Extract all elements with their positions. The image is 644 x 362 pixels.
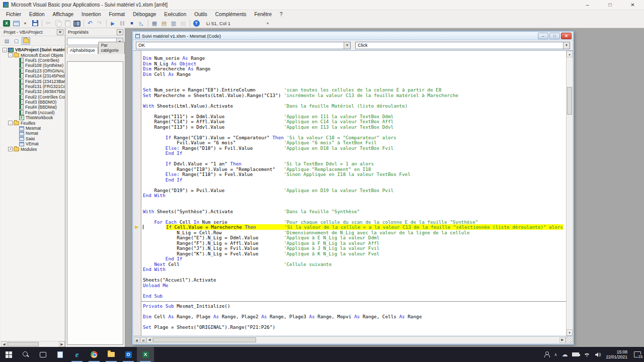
collapse-icon[interactable]: - bbox=[8, 53, 13, 57]
margin-indicator-gutter[interactable] bbox=[133, 119, 141, 125]
view-object-icon[interactable]: ▢ bbox=[12, 37, 21, 45]
tree-item-feuil125-234123barn[interactable]: Feuil125 (234123Barn bbox=[1, 78, 65, 83]
code-vscrollbar[interactable]: ▲ ▼ bbox=[566, 51, 573, 336]
tree-item-feuil1-contr-les[interactable]: Feuil1 (Contrôles) bbox=[1, 58, 65, 63]
tree-item-vemat[interactable]: VEmat bbox=[1, 141, 65, 146]
project-explorer-icon[interactable]: ▦ bbox=[150, 19, 159, 27]
expand-icon[interactable]: + bbox=[8, 147, 13, 151]
code-line[interactable]: Dim Marecherche As Range bbox=[133, 66, 566, 72]
margin-indicator-gutter[interactable] bbox=[133, 256, 141, 262]
margin-indicator-gutter[interactable] bbox=[133, 267, 141, 273]
tree-item-feuil124-23145pied[interactable]: Feuil124 (23145Pied à bbox=[1, 73, 65, 78]
find-icon[interactable] bbox=[72, 19, 82, 27]
notepad-icon[interactable] bbox=[51, 347, 68, 362]
chevron-down-icon[interactable]: ▼ bbox=[344, 42, 350, 49]
margin-indicator-gutter[interactable] bbox=[133, 262, 141, 267]
code-line[interactable]: End With bbox=[133, 193, 566, 199]
resize-grip[interactable] bbox=[566, 337, 573, 343]
margin-indicator-gutter[interactable] bbox=[133, 294, 141, 299]
notification-center-icon[interactable]: 23 bbox=[634, 351, 641, 357]
toolbar-options-icon[interactable]: ▾ bbox=[267, 21, 269, 26]
margin-indicator-gutter[interactable] bbox=[133, 225, 141, 230]
margin-indicator-gutter[interactable] bbox=[133, 283, 141, 289]
code-line[interactable]: Dim Num_serie As Range bbox=[133, 56, 566, 61]
margin-indicator-gutter[interactable] bbox=[133, 304, 141, 309]
code-line[interactable]: Dim Cell As Range bbox=[133, 72, 566, 77]
code-line[interactable]: With Sheets("Synthèse").Activate 'Dans l… bbox=[133, 209, 566, 215]
tree-item-feuil132-4938475bal[interactable]: Feuil132 (4938475Bal bbox=[1, 89, 65, 94]
margin-indicator-gutter[interactable] bbox=[133, 72, 141, 77]
menu-item-format[interactable]: Format bbox=[105, 11, 129, 18]
menu-item-insertion[interactable]: Insertion bbox=[77, 11, 105, 18]
code-line[interactable]: Set Marecherche = Sheets(Ltml.Value).Ran… bbox=[133, 93, 566, 99]
margin-indicator-gutter[interactable] bbox=[133, 278, 141, 283]
tab-par-categorie[interactable]: Par catégorie bbox=[98, 42, 125, 54]
margin-indicator-gutter[interactable] bbox=[133, 140, 141, 146]
margin-indicator-gutter[interactable] bbox=[133, 172, 141, 177]
tree-item-feuil3-bbdmo[interactable]: Feuil3 (BBDMO) bbox=[1, 100, 65, 105]
scroll-right-icon[interactable]: ▶ bbox=[59, 341, 65, 347]
menu-item-affichage[interactable]: Affichage bbox=[49, 11, 78, 18]
margin-indicator-gutter[interactable] bbox=[133, 56, 141, 61]
scroll-thumb[interactable] bbox=[8, 342, 39, 346]
tree-item-feuil131-frg321con[interactable]: Feuil131 (FRG321Con bbox=[1, 84, 65, 89]
margin-indicator-gutter[interactable] bbox=[133, 193, 141, 199]
margin-indicator-gutter[interactable] bbox=[133, 87, 141, 93]
code-restore-icon[interactable]: □ bbox=[549, 33, 560, 39]
code-line[interactable]: Range("I13") = Ddvl.Value 'Applique en I… bbox=[133, 125, 566, 130]
close-icon[interactable]: ✕ bbox=[621, 0, 644, 10]
tree-item-feuil8-accueil[interactable]: Feuil8 (Accueil) bbox=[1, 110, 65, 115]
wifi-icon[interactable] bbox=[584, 352, 590, 357]
margin-indicator-gutter[interactable] bbox=[133, 320, 141, 325]
scroll-up-icon[interactable]: ▲ bbox=[567, 51, 573, 57]
reset-icon[interactable]: ■ bbox=[127, 19, 136, 27]
people-icon[interactable] bbox=[544, 351, 550, 357]
margin-indicator-gutter[interactable] bbox=[133, 188, 141, 194]
outlook-icon[interactable]: O bbox=[120, 347, 137, 362]
properties-window-icon[interactable]: ▤ bbox=[159, 19, 169, 27]
menu-item-complments[interactable]: Compléments bbox=[211, 11, 251, 18]
excel-icon[interactable]: X bbox=[2, 19, 11, 27]
task-view-icon[interactable] bbox=[34, 347, 51, 362]
margin-indicator-gutter[interactable] bbox=[133, 82, 141, 88]
margin-indicator-gutter[interactable] bbox=[133, 114, 141, 120]
margin-indicator-gutter[interactable] bbox=[133, 151, 141, 156]
code-window-titlebar[interactable]: Suivi matériel v1.xlsm - Mesmat (Code) –… bbox=[133, 32, 573, 40]
margin-indicator-gutter[interactable] bbox=[133, 98, 141, 104]
code-line[interactable]: Private Sub Mesmat_Initialize() bbox=[133, 304, 566, 309]
file-explorer-icon[interactable] bbox=[103, 347, 120, 362]
object-dropdown[interactable]: OK ▼ bbox=[136, 42, 351, 49]
hscroll-thumb[interactable] bbox=[153, 337, 256, 342]
code-line[interactable] bbox=[133, 288, 566, 294]
minimize-icon[interactable]: – bbox=[576, 0, 599, 10]
margin-indicator-gutter[interactable] bbox=[133, 209, 141, 215]
tree-item-mesmat[interactable]: Mesmat bbox=[1, 126, 65, 131]
start-button[interactable] bbox=[0, 347, 17, 362]
project-panel-close-icon[interactable]: ✕ bbox=[57, 29, 63, 35]
code-line[interactable]: End If bbox=[133, 151, 566, 156]
code-line[interactable]: Else: Range("D18") = Fvil.Value 'Appliqu… bbox=[133, 146, 566, 151]
tree-item-vbaproject-suivi-mat-rie[interactable]: -VBAProject (Suivi matérie bbox=[1, 47, 65, 52]
chevron-down-icon[interactable]: ▼ bbox=[563, 42, 570, 49]
volume-icon[interactable] bbox=[595, 352, 601, 357]
vscroll-thumb[interactable] bbox=[567, 87, 572, 115]
margin-indicator-gutter[interactable] bbox=[133, 273, 141, 278]
tree-item-nvmat[interactable]: Nvmat bbox=[1, 131, 65, 136]
tree-item-thisworkbook[interactable]: ThisWorkbook bbox=[1, 115, 65, 120]
margin-indicator-gutter[interactable] bbox=[133, 230, 141, 236]
margin-indicator-gutter[interactable] bbox=[133, 183, 141, 188]
tree-item-feuil4-bbdmat[interactable]: Feuil4 (BBDMat) bbox=[1, 105, 65, 110]
code-line[interactable]: Dim Cell As Range, Plage As Range, Plage… bbox=[133, 314, 566, 320]
margin-indicator-gutter[interactable] bbox=[133, 251, 141, 257]
margin-indicator-gutter[interactable] bbox=[133, 235, 141, 241]
tree-item-feuil123-original[interactable]: Feuil123 (ORIGINAL) bbox=[1, 68, 65, 73]
help-icon[interactable]: ? bbox=[192, 19, 201, 27]
properties-panel-close-icon[interactable]: ✕ bbox=[117, 29, 123, 35]
code-line[interactable]: Range("D19") = Pvil.Value 'Applique en D… bbox=[133, 188, 566, 194]
run-icon[interactable]: ▶ bbox=[108, 19, 117, 27]
excel-icon[interactable]: X bbox=[137, 347, 154, 362]
collapse-icon[interactable]: - bbox=[8, 121, 13, 125]
undo-icon[interactable]: ↶ bbox=[86, 19, 95, 27]
battery-icon[interactable] bbox=[572, 352, 579, 356]
object-browser-icon[interactable]: ▥ bbox=[169, 19, 178, 27]
